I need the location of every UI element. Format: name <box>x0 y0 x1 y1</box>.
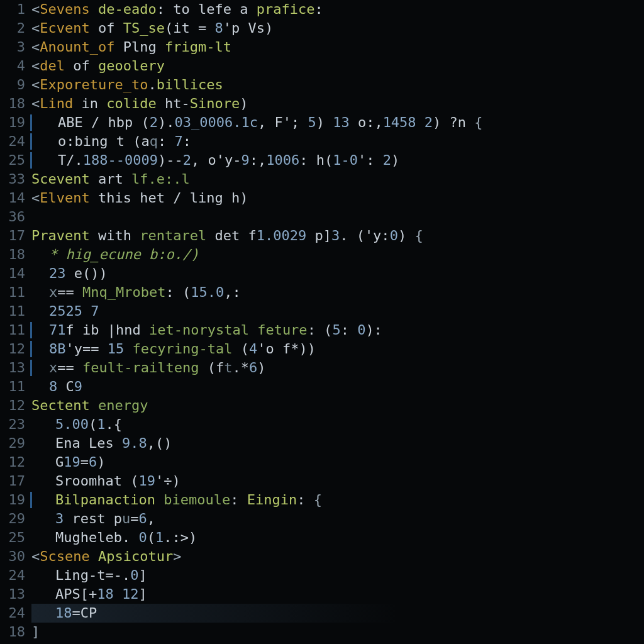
token-txt: '÷) <box>155 473 180 489</box>
token-num: 15 <box>108 341 125 357</box>
token-fn: prafice <box>257 1 315 17</box>
line-number: 13 <box>0 358 25 377</box>
code-line[interactable]: <Scsene Apsicotur> <box>31 547 644 566</box>
token-txt: Plng <box>114 39 164 55</box>
code-editor[interactable]: 1234918192425331436171814111111121311122… <box>0 0 644 644</box>
code-line[interactable]: x== Mnq_Mrobet: (15.0,: <box>31 283 644 302</box>
token-op: < <box>31 39 40 55</box>
code-line[interactable]: * hig_ecune b:o./) <box>31 245 644 264</box>
line-number: 33 <box>0 170 25 189</box>
code-line[interactable]: <Lind in colide ht-Sinore) <box>31 94 644 113</box>
token-txt: == <box>57 284 82 300</box>
code-line[interactable]: x== feult-railteng (ft.*6) <box>31 358 644 377</box>
code-line[interactable]: <del of geoolery <box>31 57 644 75</box>
token-op: < <box>31 58 40 74</box>
code-line[interactable]: 5.00(1.{ <box>31 415 644 434</box>
token-txt: . ('y: <box>340 228 389 243</box>
code-line[interactable]: Sroomhat (19'÷) <box>31 472 644 491</box>
code-line[interactable]: ABE / hbp (2).03_0006.1c, F'; 5) 13 o:,1… <box>31 113 644 132</box>
token-txt: this het / ling h) <box>90 190 248 206</box>
token-num: 5.00 <box>55 416 89 432</box>
code-line[interactable]: 3 rest pu=6, <box>31 509 644 528</box>
token-txt: art <box>90 171 131 187</box>
code-area[interactable]: <Sevens de-eado: to lefe a prafice:<Ecve… <box>31 0 644 644</box>
code-line[interactable]: T/.188--0009)--2, o'y-9:,1006: h(1-0': 2… <box>31 151 644 170</box>
token-num: 8 <box>214 20 223 36</box>
line-number: 3 <box>0 38 25 57</box>
token-num: 2 <box>383 152 391 168</box>
code-line[interactable]: 8 C9 <box>31 377 644 396</box>
code-line[interactable]: Scevent art lf.e:.l <box>31 170 644 189</box>
token-num: 1006 <box>266 152 299 168</box>
code-line[interactable]: 18=CP <box>31 604 644 623</box>
token-op: > <box>173 548 181 564</box>
code-line[interactable]: 23 e()) <box>31 264 644 283</box>
token-txt: Ena Les <box>55 435 122 451</box>
line-number: 12 <box>0 340 25 358</box>
code-line[interactable]: 2525 7 <box>31 302 644 321</box>
line-number: 9 <box>0 75 25 94</box>
code-line[interactable]: <Sevens de-eado: to lefe a prafice: <box>31 0 644 19</box>
token-txt: : to lefe a <box>157 1 257 17</box>
token-txt: rest p <box>64 511 122 526</box>
code-line[interactable]: Mugheleb. 0(1.:>) <box>31 528 644 547</box>
token-txt: ) <box>240 96 248 111</box>
line-number: 11 <box>0 321 25 340</box>
token-fn: Pravent <box>31 228 90 243</box>
line-number: 14 <box>0 264 25 283</box>
code-line[interactable]: Ling-t=-.0] <box>31 566 644 585</box>
code-line[interactable]: G19=6) <box>31 453 644 472</box>
token-num: 8 <box>49 379 57 394</box>
line-number-gutter: 1234918192425331436171814111111121311122… <box>0 0 31 644</box>
token-txt: ] <box>138 586 147 602</box>
token-num: 5 <box>332 322 340 338</box>
token-txt: ] <box>138 567 147 583</box>
token-num: 2 <box>150 114 158 130</box>
token-fn: Eingin <box>247 492 297 508</box>
line-number: 12 <box>0 453 25 472</box>
token-txt: T/. <box>58 152 83 168</box>
code-line[interactable]: APS[+18 12] <box>31 585 644 604</box>
token-txt: ): <box>365 322 382 338</box>
code-line[interactable]: Bilpanaction biemoule: Eingin: { <box>31 491 644 509</box>
token-fn: colide <box>106 96 156 111</box>
token-txt <box>90 1 98 17</box>
token-txt: ) <box>316 114 333 130</box>
code-line[interactable]: Pravent with rentarel det f1.0029 p]3. (… <box>31 226 644 245</box>
token-txt: : h( <box>299 152 333 168</box>
token-txt: : <box>297 492 314 508</box>
line-number: 11 <box>0 283 25 302</box>
code-line[interactable]: <Elvent this het / ling h) <box>31 189 644 208</box>
token-txt: e()) <box>66 265 108 281</box>
token-num: 23 <box>49 265 66 281</box>
code-line[interactable]: <Anount_of Plng frigm-lt <box>31 38 644 57</box>
token-fn: Bilpanaction <box>55 492 155 508</box>
token-op: ] <box>31 624 40 640</box>
token-txt: ). <box>158 114 175 130</box>
token-fn: de-eado <box>98 1 157 17</box>
code-line[interactable] <box>31 208 644 226</box>
code-line[interactable]: o:bing t (aq: 7: <box>31 132 644 151</box>
token-txt: == <box>57 360 82 375</box>
token-txt <box>155 492 164 508</box>
line-number: 18 <box>0 94 25 113</box>
token-txt: (f <box>199 360 224 375</box>
line-number: 18 <box>0 623 25 641</box>
code-line[interactable]: Sectent energy <box>31 396 644 415</box>
code-line[interactable]: 71f ib |hnd iet-norystal feture: (5: 0): <box>31 321 644 340</box>
token-txt: ,() <box>147 435 172 451</box>
code-line[interactable]: <Exporeture_to.billices <box>31 75 644 94</box>
code-line[interactable]: ] <box>31 623 644 641</box>
code-line[interactable]: <Ecvent of TS_se(it = 8'p Vs) <box>31 19 644 38</box>
line-number: 13 <box>0 585 25 604</box>
token-num: 03_0006.1c <box>174 114 257 130</box>
line-number: 29 <box>0 509 25 528</box>
token-str: fecyring-tal <box>132 341 232 357</box>
token-txt: ( <box>147 530 155 545</box>
token-txt: ht- <box>157 96 190 111</box>
token-num: 9 <box>74 379 82 394</box>
token-txt: .:>) <box>164 530 197 545</box>
token-num: 6 <box>138 511 147 526</box>
code-line[interactable]: 8B'y== 15 fecyring-tal (4'o f*)) <box>31 340 644 358</box>
code-line[interactable]: Ena Les 9.8,() <box>31 434 644 453</box>
